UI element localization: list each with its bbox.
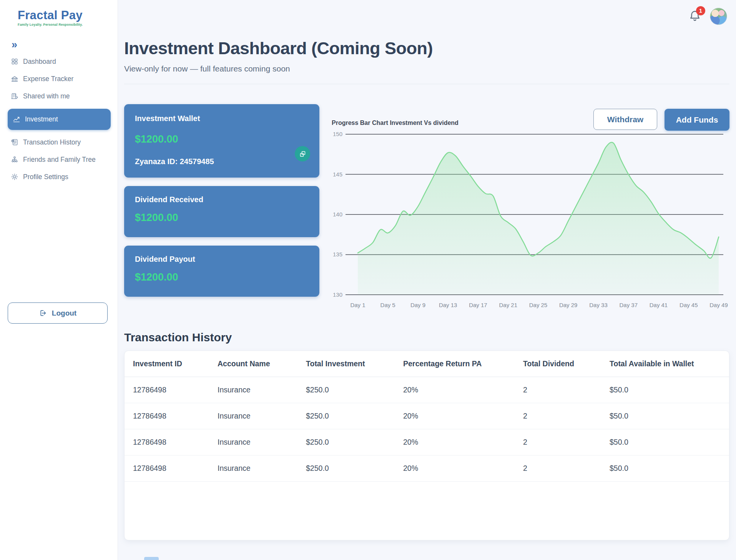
- sidebar-collapse-chevron-icon[interactable]: »: [12, 40, 23, 50]
- history-document-icon: [11, 138, 18, 146]
- dashboard-row: Investment Wallet $1200.00 Zyanaza ID: 2…: [124, 104, 729, 313]
- table-body: 12786498Insurance$250.020%2$50.012786498…: [125, 377, 729, 482]
- svg-text:Day 17: Day 17: [469, 302, 487, 308]
- table-cell: Insurance: [218, 386, 306, 394]
- summary-cards: Investment Wallet $1200.00 Zyanaza ID: 2…: [124, 104, 319, 313]
- svg-text:135: 135: [333, 251, 342, 258]
- brand-tagline: Family Loyalty. Personal Responsibility.: [18, 23, 110, 27]
- topbar: 1: [124, 0, 729, 32]
- table-cell: 12786498: [133, 412, 218, 420]
- card-amount: $1200.00: [135, 133, 309, 145]
- table-cell: Insurance: [218, 464, 306, 473]
- sidebar-nav: Dashboard Expense Tracker Shared with me…: [8, 54, 110, 185]
- card-title: Investment Wallet: [135, 114, 309, 123]
- svg-text:Day 5: Day 5: [380, 302, 395, 308]
- table-cell: 2: [523, 464, 610, 473]
- table-cell: 2: [523, 438, 610, 447]
- card-amount: $1200.00: [135, 271, 309, 283]
- investment-wallet-card: Investment Wallet $1200.00 Zyanaza ID: 2…: [124, 104, 319, 178]
- table-cell: $50.0: [610, 438, 729, 447]
- sidebar-item-friends-family-tree[interactable]: Friends and Family Tree: [8, 152, 110, 168]
- svg-text:130: 130: [333, 291, 342, 298]
- transaction-table: Investment ID Account Name Total Investm…: [124, 351, 729, 540]
- svg-text:Day 29: Day 29: [559, 302, 577, 308]
- table-cell: Insurance: [218, 438, 306, 447]
- table-row: 12786498Insurance$250.020%2$50.0: [125, 377, 729, 403]
- sidebar-item-investment[interactable]: Investment: [8, 109, 111, 130]
- column-header: Percentage Return PA: [403, 359, 523, 368]
- wallet-actions: Withdraw Add Funds: [593, 109, 729, 131]
- investment-dividend-area-chart: 130135140145150Day 1Day 5Day 9Day 13Day …: [331, 128, 729, 313]
- sidebar-item-expense-tracker[interactable]: Expense Tracker: [8, 71, 110, 87]
- svg-text:Day 21: Day 21: [499, 302, 517, 308]
- sidebar-item-label: Dashboard: [23, 58, 56, 66]
- sidebar-item-label: Transaction History: [23, 138, 81, 146]
- column-header: Account Name: [218, 359, 306, 368]
- table-cell: $250.0: [306, 464, 403, 473]
- sidebar-item-label: Shared with me: [23, 92, 70, 100]
- table-cell: $50.0: [610, 412, 729, 420]
- dividend-received-card: Dividend Received $1200.00: [124, 186, 319, 237]
- sidebar-item-label: Friends and Family Tree: [23, 156, 96, 164]
- dividend-payout-card: Dividend Payout $1200.00: [124, 246, 319, 297]
- card-amount: $1200.00: [135, 212, 309, 224]
- table-row: 12786498Insurance$250.020%2$50.0: [125, 403, 729, 429]
- sidebar: Fractal Pay Family Loyalty. Personal Res…: [0, 0, 118, 560]
- sidebar-item-label: Expense Tracker: [23, 75, 73, 83]
- sidebar-item-dashboard[interactable]: Dashboard: [8, 54, 110, 70]
- sidebar-item-transaction-history[interactable]: Transaction History: [8, 135, 110, 150]
- table-cell: 20%: [403, 438, 523, 447]
- svg-text:Day 37: Day 37: [620, 302, 638, 308]
- logout-button[interactable]: Logout: [8, 302, 108, 324]
- brand-logo: Fractal Pay Family Loyalty. Personal Res…: [8, 9, 110, 27]
- table-cell: 12786498: [133, 464, 218, 473]
- table-cell: $250.0: [306, 412, 403, 420]
- svg-text:140: 140: [333, 211, 342, 218]
- dashboard-grid-icon: [11, 58, 18, 65]
- sidebar-item-shared-with-me[interactable]: Shared with me: [8, 88, 110, 104]
- wallet-id: Zyanaza ID: 24579485: [135, 157, 309, 166]
- table-cell: 12786498: [133, 438, 218, 447]
- table-cell: 20%: [403, 386, 523, 394]
- add-funds-button[interactable]: Add Funds: [665, 109, 729, 131]
- svg-text:150: 150: [333, 131, 342, 137]
- sidebar-item-profile-settings[interactable]: Profile Settings: [8, 169, 110, 185]
- column-header: Total Dividend: [523, 359, 610, 368]
- page-subtitle: View-only for now — full features coming…: [124, 64, 729, 73]
- transaction-history-title: Transaction History: [124, 331, 729, 344]
- copy-icon: [299, 150, 306, 158]
- withdraw-button[interactable]: Withdraw: [593, 109, 657, 130]
- pagination-fragment[interactable]: [144, 557, 159, 560]
- notification-bell-button[interactable]: 1: [688, 10, 701, 23]
- brand-name: Fractal Pay: [18, 9, 110, 22]
- table-cell: $50.0: [610, 464, 729, 473]
- table-cell: 20%: [403, 412, 523, 420]
- svg-text:Day 1: Day 1: [350, 302, 365, 308]
- user-avatar[interactable]: [710, 8, 727, 25]
- copy-id-button[interactable]: [295, 146, 310, 161]
- svg-text:Day 9: Day 9: [410, 302, 425, 308]
- table-cell: 2: [523, 412, 610, 420]
- app-root: Fractal Pay Family Loyalty. Personal Res…: [0, 0, 736, 560]
- sidebar-item-label: Investment: [25, 115, 58, 123]
- bank-building-icon: [11, 75, 18, 83]
- svg-text:Day 25: Day 25: [529, 302, 547, 308]
- transaction-history-section: Transaction History Investment ID Accoun…: [124, 331, 729, 540]
- sidebar-item-label: Profile Settings: [23, 173, 68, 181]
- main-content: 1 Investment Dashboard (Coming Soon) Vie…: [118, 0, 736, 560]
- family-tree-icon: [11, 156, 18, 163]
- card-title: Dividend Received: [135, 195, 309, 204]
- table-cell: 2: [523, 386, 610, 394]
- column-header: Investment ID: [133, 359, 218, 368]
- table-cell: $250.0: [306, 386, 403, 394]
- svg-text:Day 41: Day 41: [650, 302, 668, 308]
- table-cell: 20%: [403, 464, 523, 473]
- logout-icon: [39, 309, 47, 317]
- header-divider: [124, 84, 729, 84]
- table-header-row: Investment ID Account Name Total Investm…: [125, 351, 729, 377]
- table-cell: 12786498: [133, 386, 218, 394]
- svg-text:145: 145: [333, 171, 342, 178]
- page-title: Investment Dashboard (Coming Soon): [124, 38, 729, 58]
- table-row: 12786498Insurance$250.020%2$50.0: [125, 429, 729, 455]
- investment-trend-icon: [13, 115, 20, 123]
